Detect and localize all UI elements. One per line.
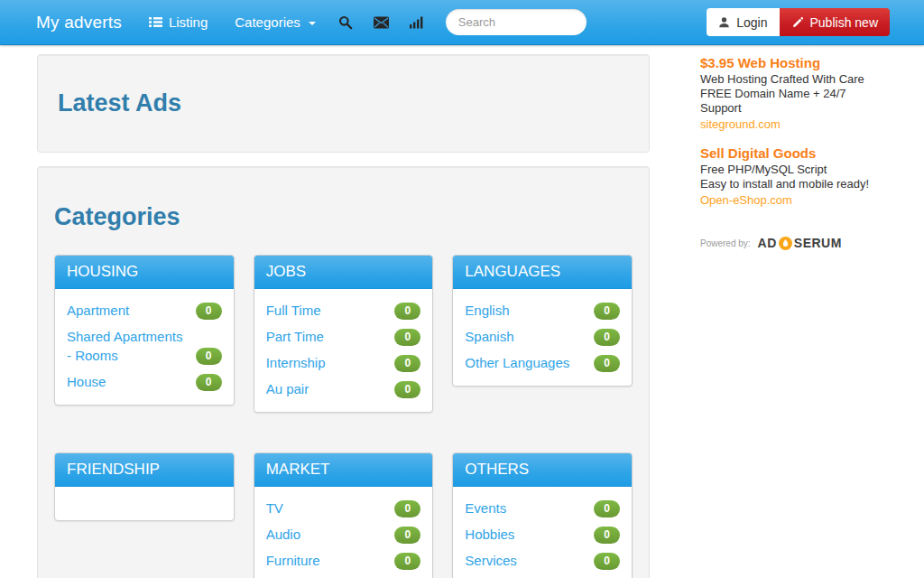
ad-title: Sell Digital Goods: [700, 145, 889, 161]
category-link[interactable]: House: [67, 372, 196, 391]
category-item: Services0: [465, 547, 620, 573]
ad-line: FREE Domain Name + 24/7 Support: [700, 87, 889, 116]
category-item: Shared Apartments - Rooms0: [67, 323, 222, 368]
category-card-body: English0Spanish0Other Languages0: [453, 289, 632, 386]
count-badge: 0: [594, 303, 620, 320]
nav-item-listing[interactable]: Listing: [149, 14, 208, 30]
category-card-header[interactable]: JOBS: [254, 256, 433, 289]
latest-ads-panel: Latest Ads: [37, 54, 650, 153]
category-item: Events0: [465, 495, 620, 521]
count-badge: 0: [394, 355, 420, 372]
latest-ads-title: Latest Ads: [58, 89, 629, 117]
ad-title: $3.95 Web Hosting: [700, 55, 889, 70]
category-link[interactable]: TV: [266, 499, 395, 517]
count-badge: 0: [594, 527, 620, 544]
stats-icon[interactable]: [410, 15, 423, 29]
count-badge: 0: [594, 355, 620, 372]
category-item: Hobbies0: [465, 521, 620, 547]
login-button[interactable]: Login: [707, 8, 779, 36]
count-badge: 0: [394, 329, 420, 346]
navbar-actions: Login Publish new: [707, 8, 890, 36]
navbar-icon-links: [338, 15, 423, 30]
adserum-logo-left: AD: [758, 236, 777, 250]
pencil-icon: [791, 16, 804, 29]
category-item: Part Time0: [266, 323, 421, 350]
count-badge: 0: [394, 500, 420, 517]
sidebar-ad: $3.95 Web HostingWeb Hosting Crafted Wit…: [700, 55, 889, 132]
sidebar: $3.95 Web HostingWeb Hosting Crafted Wit…: [700, 54, 889, 250]
category-link[interactable]: Audio: [266, 525, 395, 544]
navbar: My adverts Listing Categories: [0, 0, 924, 45]
count-badge: 0: [394, 527, 420, 544]
category-item: TV0: [266, 495, 421, 521]
category-item: Au pair0: [266, 376, 421, 402]
category-card-body: TV0Audio0Furniture0IT0Other Market0: [254, 487, 433, 578]
category-link[interactable]: English: [465, 301, 594, 320]
category-card-header[interactable]: FRIENDSHIP: [55, 453, 234, 487]
login-button-label: Login: [736, 15, 767, 30]
nav-item-categories-dropdown[interactable]: Categories: [235, 14, 316, 30]
count-badge: 0: [594, 329, 620, 346]
adserum-logo[interactable]: AD SERUM: [758, 236, 842, 250]
category-link[interactable]: Furniture: [266, 551, 395, 570]
count-badge: 0: [394, 553, 420, 570]
category-card-body: Events0Hobbies0Services0: [453, 487, 632, 578]
page-content: Latest Ads Categories HOUSINGApartment0S…: [0, 45, 924, 578]
category-card-header[interactable]: HOUSING: [55, 256, 234, 289]
search-icon[interactable]: [338, 15, 353, 30]
main-column: Latest Ads Categories HOUSINGApartment0S…: [37, 54, 650, 578]
category-link[interactable]: Other Languages: [465, 353, 594, 372]
category-link[interactable]: Part Time: [266, 327, 395, 346]
category-card: LANGUAGESEnglish0Spanish0Other Languages…: [452, 255, 633, 387]
category-link[interactable]: Full Time: [266, 301, 395, 320]
publish-new-button-label: Publish new: [810, 15, 879, 30]
category-card: MARKETTV0Audio0Furniture0IT0Other Market…: [254, 452, 434, 578]
category-link[interactable]: Shared Apartments - Rooms: [67, 327, 196, 365]
search-input[interactable]: [446, 9, 587, 35]
category-card-header[interactable]: OTHERS: [453, 453, 632, 487]
category-link[interactable]: Apartment: [67, 301, 196, 320]
ad-link[interactable]: Open-eShop.com: [700, 192, 792, 208]
count-badge: 0: [196, 348, 222, 365]
powered-by-label: Powered by:: [700, 238, 751, 248]
category-card-body: [55, 487, 234, 520]
search-form: [446, 9, 587, 35]
category-item: Internship0: [266, 350, 421, 376]
categories-title: Categories: [54, 203, 633, 231]
count-badge: 0: [196, 303, 222, 320]
category-card-header[interactable]: LANGUAGES: [453, 256, 632, 289]
count-badge: 0: [594, 553, 620, 570]
nav-item-label: Listing: [169, 14, 208, 30]
nav-links: Listing Categories: [149, 14, 316, 30]
category-card-body: Apartment0Shared Apartments - Rooms0Hous…: [55, 289, 234, 405]
category-link[interactable]: Au pair: [266, 379, 395, 398]
category-card: OTHERSEvents0Hobbies0Services0: [452, 452, 633, 578]
powered-by: Powered by: AD SERUM: [700, 236, 889, 250]
ad-line: Free PHP/MySQL Script: [700, 163, 889, 177]
category-item: Apartment0: [67, 297, 222, 323]
count-badge: 0: [394, 303, 420, 320]
publish-new-button[interactable]: Publish new: [780, 8, 891, 36]
envelope-icon[interactable]: [374, 16, 389, 29]
category-item: English0: [465, 297, 620, 323]
nav-item-label: Categories: [235, 14, 300, 30]
list-icon: [149, 15, 162, 29]
drop-icon: [779, 237, 792, 250]
category-link[interactable]: Spanish: [465, 327, 594, 346]
ad-line: Web Hosting Crafted With Care: [700, 72, 889, 87]
ad-link[interactable]: siteground.com: [700, 117, 781, 132]
category-link[interactable]: Services: [465, 551, 594, 570]
category-card: FRIENDSHIP: [54, 452, 235, 521]
category-link[interactable]: Internship: [266, 353, 395, 372]
brand-link[interactable]: My adverts: [36, 13, 122, 33]
category-link[interactable]: Hobbies: [465, 525, 594, 544]
categories-panel: Categories HOUSINGApartment0Shared Apart…: [37, 166, 650, 578]
category-link[interactable]: Events: [465, 499, 594, 517]
caret-down-icon: [309, 22, 316, 25]
category-item: Furniture0: [266, 547, 421, 573]
ad-line: Easy to install and mobile ready!: [700, 177, 889, 191]
category-card-header[interactable]: MARKET: [254, 453, 433, 487]
category-item: Audio0: [266, 521, 421, 547]
category-item: Full Time0: [266, 297, 421, 323]
user-icon: [718, 16, 730, 29]
